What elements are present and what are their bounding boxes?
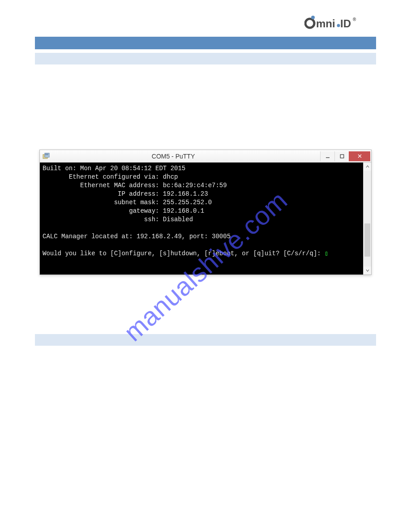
spacer: [22, 64, 389, 150]
section-bar-dark: [35, 37, 376, 49]
svg-point-3: [337, 24, 340, 27]
maximize-button[interactable]: [334, 151, 349, 161]
svg-text:mni: mni: [316, 17, 335, 30]
window-buttons-group: [320, 151, 370, 161]
close-button[interactable]: [349, 151, 370, 161]
scroll-track[interactable]: [364, 171, 371, 266]
svg-text:ID: ID: [340, 17, 351, 30]
brand-logo: mni ID ®: [304, 13, 376, 30]
chevron-down-icon: [366, 269, 369, 272]
scrollbar[interactable]: [363, 163, 371, 275]
terminal-output[interactable]: Built on: Mon Apr 20 08:54:12 EDT 2015 E…: [40, 163, 363, 275]
chevron-up-icon: [366, 165, 369, 168]
window-title: COM5 - PuTTY: [26, 153, 320, 160]
maximize-icon: [340, 154, 344, 159]
svg-text:®: ®: [353, 17, 356, 22]
close-icon: [357, 154, 362, 159]
minimize-icon: [325, 154, 330, 159]
scroll-thumb[interactable]: [364, 223, 370, 257]
putty-window: COM5 - PuTTY Built on: Mon Apr 20 08:54:…: [39, 150, 372, 275]
svg-point-0: [305, 19, 314, 28]
minimize-button[interactable]: [320, 151, 334, 161]
header-logo-row: mni ID ®: [22, 13, 389, 30]
omniid-logo-icon: mni ID ®: [304, 13, 376, 30]
section-bar-light-top: [35, 53, 376, 64]
window-body: Built on: Mon Apr 20 08:54:12 EDT 2015 E…: [40, 163, 371, 275]
spacer: [22, 275, 389, 329]
svg-rect-11: [340, 154, 344, 158]
window-titlebar: COM5 - PuTTY: [40, 150, 371, 163]
svg-point-1: [311, 16, 315, 19]
scroll-up-arrow[interactable]: [364, 163, 371, 171]
scroll-down-arrow[interactable]: [364, 266, 371, 275]
section-bar-light-bottom: [35, 334, 376, 346]
